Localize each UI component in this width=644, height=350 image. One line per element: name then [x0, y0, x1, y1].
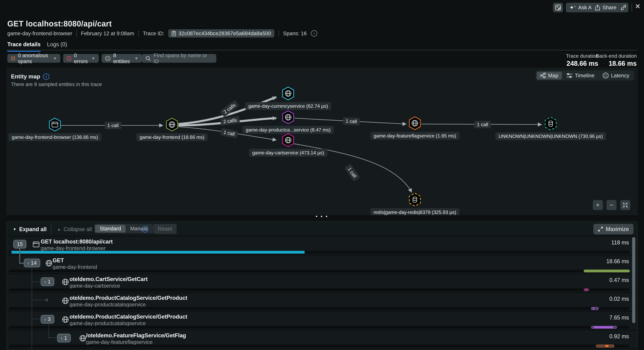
maximize-button[interactable]: Maximize: [594, 224, 634, 234]
span-timeline-track: [9, 307, 629, 310]
span-row-2[interactable]: ›1 oteldemo.CartService/GetCartgame-day-…: [7, 273, 637, 292]
chevron-down-icon: ▼: [53, 56, 57, 61]
chevron-right-icon: ›: [44, 317, 46, 322]
span-search-input[interactable]: Find spans by name or ID: [142, 54, 216, 63]
span-duration-bar[interactable]: [12, 251, 304, 254]
link-icon: [620, 5, 626, 11]
reset-button[interactable]: Reset: [153, 224, 177, 234]
span-duration-bar[interactable]: [584, 270, 630, 272]
zoom-in-button[interactable]: +: [593, 200, 603, 210]
chevron-up-icon: ▲: [57, 227, 61, 231]
entity-node-unknown-datastore[interactable]: [545, 117, 557, 132]
entity-node-game-day-featureflagservice[interactable]: [409, 116, 421, 132]
browser-icon: [32, 241, 40, 248]
entities-icon: [105, 55, 110, 62]
globe-icon: [284, 137, 292, 146]
zoom-fit-button[interactable]: [620, 200, 630, 210]
span-children-badge[interactable]: ›14: [24, 259, 40, 267]
tree-connector: [32, 300, 46, 300]
span-duration-bar[interactable]: [584, 288, 589, 291]
globe-icon: [62, 297, 69, 306]
chevron-right-icon: ›: [28, 260, 29, 266]
entity-node-label: game-day-featureflagservice (1.65 ms): [370, 132, 459, 140]
span-children-badge[interactable]: ›1: [57, 334, 71, 342]
globe-icon: [284, 90, 292, 99]
entity-node-game-day-frontend-browser[interactable]: [49, 118, 61, 133]
waterfall-panel: ▼ Expand all ▲ Collapse all Standard Man…: [6, 222, 638, 350]
permalink-icon-button[interactable]: [618, 3, 628, 12]
span-duration-bar[interactable]: [591, 326, 617, 329]
tree-connector: [19, 263, 25, 264]
span-row-0[interactable]: 15 GET localhost:8080/api/cartgame-day-f…: [7, 236, 637, 254]
edge-call-count-label: 1 call: [104, 122, 121, 129]
span-duration-bar[interactable]: [596, 345, 614, 347]
expand-all-button[interactable]: ▼ Expand all: [13, 224, 47, 234]
span-duration: 0.02 ms: [610, 296, 629, 302]
tree-connector: [32, 281, 41, 282]
trace-details-page: { "header": { "toolbar": { "ask_ai": "As…: [0, 0, 644, 350]
span-timeline-track: [9, 288, 629, 291]
span-duration: 7.65 ms: [610, 314, 629, 321]
mode-standard[interactable]: Standard: [95, 225, 126, 232]
tree-connector: [32, 318, 41, 319]
span-children-badge[interactable]: ›3: [41, 315, 54, 323]
span-service: game-day-frontend: [52, 264, 97, 270]
chevron-down-icon: ▼: [13, 227, 16, 231]
span-children-badge[interactable]: ›1: [41, 277, 54, 286]
globe-icon: [284, 90, 292, 97]
entity-node-game-day-frontend[interactable]: [166, 118, 178, 133]
span-duration: 0.92 ms: [610, 333, 629, 340]
entity-map-canvas[interactable]: 1 call2 calls2 calls1 call1 call1 call1 …: [6, 68, 638, 215]
span-duration-bar[interactable]: [591, 307, 599, 310]
spans-info-icon[interactable]: i: [311, 30, 317, 37]
trace-id-label: Trace ID:: [143, 31, 164, 37]
collapse-all-button[interactable]: ▲ Collapse all: [57, 224, 92, 234]
db-icon: [411, 196, 418, 205]
leaf-node-dot: [46, 299, 48, 301]
tabs-rule: [6, 50, 638, 50]
entity-node-game-day-productcatalogservice[interactable]: [282, 111, 294, 126]
errors-filter[interactable]: 0 errors ▼: [63, 54, 99, 63]
entity-node-game-day-cartservice[interactable]: [282, 133, 294, 149]
chevron-right-icon: ›: [44, 279, 46, 284]
anomalous-spans-filter[interactable]: 0 anomalous spans ▼: [7, 54, 60, 63]
share-button[interactable]: Share: [592, 3, 620, 12]
span-service: game-day-featureflagservice: [86, 339, 152, 345]
clipboard-icon: [172, 31, 176, 36]
span-children-badge[interactable]: 15: [13, 240, 26, 248]
globe-icon: [62, 297, 69, 304]
span-timeline-track: [9, 326, 629, 329]
span-row-4[interactable]: ›3 oteldemo.ProductCatalogService/GetPro…: [7, 311, 637, 329]
browser-icon: [51, 121, 58, 128]
span-duration: 18.66 ms: [606, 258, 629, 264]
sparkle-icon: ✦+: [570, 5, 576, 11]
globe-icon: [284, 137, 292, 144]
span-row-5[interactable]: ›1 /oteldemo.FeatureFlagService/GetFlagg…: [7, 329, 637, 348]
span-row-partial[interactable]: [7, 348, 637, 350]
trace-id-pill[interactable]: 32c087ec434bce28367e5a684da8a500: [168, 29, 274, 38]
mode-info-icon[interactable]: i: [142, 226, 148, 232]
notes-icon-button[interactable]: [553, 3, 563, 12]
entity-node-redis-game-day-redis[interactable]: [409, 193, 421, 208]
close-icon[interactable]: ✕: [635, 2, 641, 10]
entity-node-game-day-currencyservice[interactable]: [282, 87, 294, 102]
span-name: /oteldemo.FeatureFlagService/GetFlag: [86, 332, 186, 339]
span-timeline-track: [9, 345, 629, 347]
span-row-3[interactable]: oteldemo.ProductCatalogService/GetProduc…: [7, 292, 637, 311]
globe-icon: [62, 278, 69, 286]
database-icon: [411, 196, 418, 203]
vertical-scrollbar[interactable]: [632, 237, 635, 323]
panel-resize-handle[interactable]: • • •: [6, 215, 638, 219]
span-service: game-day-cartservice: [70, 283, 120, 289]
globe-icon: [168, 121, 176, 128]
meta-date: February 12 at 9:08am: [81, 31, 134, 37]
spans-count: Spans: 16: [283, 31, 307, 37]
entities-filter[interactable]: 8 entities ▼: [102, 54, 142, 63]
globe-icon: [62, 278, 69, 287]
edge-call-count-label: 1 call: [474, 121, 491, 128]
entity-map-panel: Entity map i There are 8 sampled entitie…: [6, 68, 638, 219]
fit-view-icon: [622, 202, 628, 208]
zoom-out-button[interactable]: −: [606, 200, 616, 210]
span-name: oteldemo.CartService/GetCart: [70, 276, 148, 282]
span-row-1[interactable]: ›14 GETgame-day-frontend18.66 ms: [7, 254, 637, 273]
